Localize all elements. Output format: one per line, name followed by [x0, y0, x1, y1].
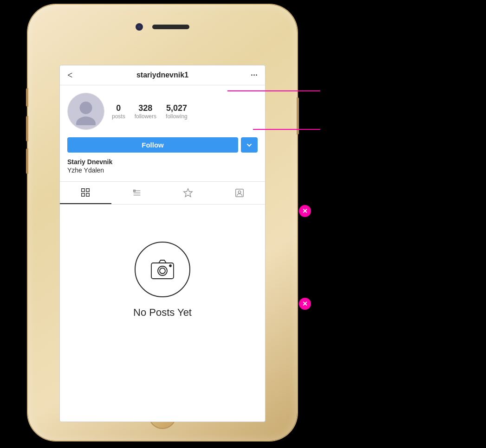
back-button[interactable]: <: [67, 70, 72, 81]
posts-label: posts: [112, 113, 125, 120]
svg-rect-4: [82, 193, 84, 196]
following-count: 5,027: [166, 103, 187, 113]
annotation-arrow-following: [253, 129, 320, 130]
tab-person[interactable]: [214, 182, 266, 204]
star-icon: [183, 188, 193, 198]
chevron-down-icon: [246, 142, 252, 148]
marker-2[interactable]: ✕: [299, 298, 311, 310]
person-tag-icon: [234, 188, 245, 198]
follow-button[interactable]: Follow: [67, 137, 238, 153]
posts-count: 0: [116, 103, 121, 113]
avatar: [67, 93, 104, 130]
followers-label: followers: [135, 113, 156, 120]
followers-stat[interactable]: 328 followers: [135, 103, 156, 120]
following-stat[interactable]: 5,027 following: [166, 103, 188, 120]
grid-icon: [80, 187, 91, 198]
bio-section: Stariy Dnevnik Yzhe Ydalen: [67, 158, 258, 174]
profile-username: stariydnevnik1: [136, 71, 188, 79]
follow-dropdown-button[interactable]: [241, 137, 258, 153]
tab-bar: [60, 181, 265, 205]
phone-speaker: [152, 25, 189, 29]
follow-button-row: Follow: [67, 137, 258, 153]
svg-rect-3: [86, 189, 89, 192]
svg-rect-2: [82, 189, 84, 192]
camera-circle: [135, 242, 190, 297]
phone-side-button-left-3: [26, 148, 28, 174]
profile-section: 0 posts 328 followers 5,027 following Fo…: [60, 85, 265, 181]
no-posts-label: No Posts Yet: [133, 307, 192, 319]
list-icon: [132, 188, 142, 198]
options-button[interactable]: ···: [251, 70, 258, 81]
profile-top-row: 0 posts 328 followers 5,027 following: [67, 93, 258, 130]
svg-point-15: [160, 268, 165, 274]
marker-1-icon: ✕: [302, 207, 308, 215]
marker-2-icon: ✕: [302, 300, 308, 308]
annotation-arrow-username: [227, 90, 320, 91]
svg-point-12: [238, 191, 241, 193]
posts-stat[interactable]: 0 posts: [112, 103, 125, 120]
tab-tagged[interactable]: [162, 182, 214, 204]
following-label: following: [166, 113, 188, 120]
followers-count: 328: [138, 103, 152, 113]
camera-icon: [149, 256, 176, 283]
phone-camera: [136, 23, 143, 31]
empty-posts-area: No Posts Yet: [60, 205, 265, 356]
svg-point-1: [76, 116, 96, 125]
svg-point-16: [169, 265, 171, 267]
profile-stats: 0 posts 328 followers 5,027 following: [112, 103, 258, 120]
bio-name: Stariy Dnevnik: [67, 158, 258, 166]
svg-point-0: [80, 102, 92, 114]
phone-top-area: [28, 23, 297, 31]
bio-tagline: Yzhe Ydalen: [67, 166, 258, 174]
svg-marker-10: [184, 189, 192, 197]
tab-grid[interactable]: [60, 182, 111, 204]
phone-side-button-left-2: [26, 116, 28, 141]
ig-header: < stariydnevnik1 ···: [60, 65, 265, 85]
phone-shell: < stariydnevnik1 ··· 0 posts: [28, 5, 297, 441]
svg-point-14: [158, 266, 167, 275]
avatar-icon: [72, 97, 100, 125]
phone-side-button-left-1: [26, 88, 28, 107]
marker-1[interactable]: ✕: [299, 205, 311, 217]
svg-rect-5: [86, 193, 89, 196]
tab-list[interactable]: [111, 182, 163, 204]
phone-screen: < stariydnevnik1 ··· 0 posts: [59, 65, 266, 422]
